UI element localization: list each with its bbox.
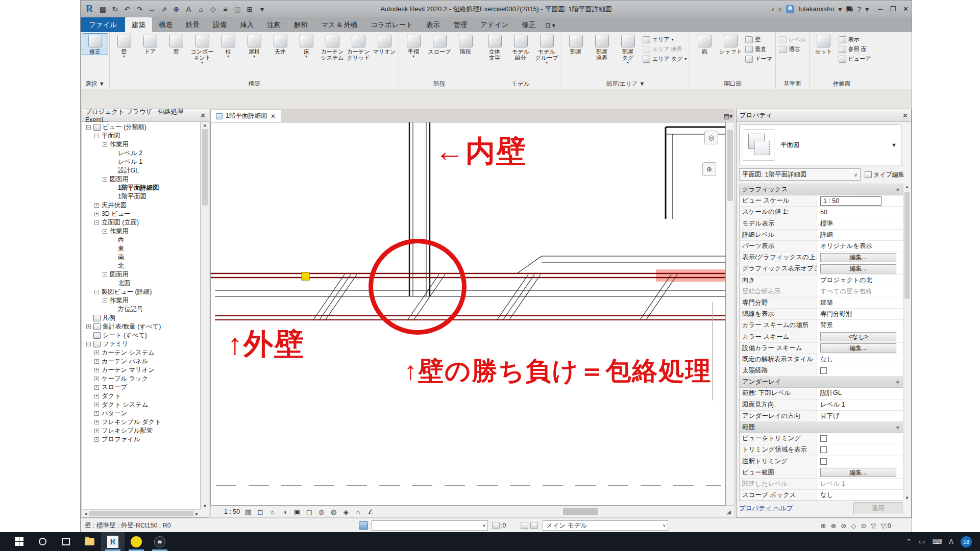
- property-value-box[interactable]: 1 : 50: [820, 196, 881, 206]
- property-value[interactable]: レベル 1: [817, 479, 903, 489]
- panel-label[interactable]: 開口部: [690, 79, 775, 89]
- property-edit-button[interactable]: <なし>: [820, 332, 896, 341]
- grid-button[interactable]: 通芯: [777, 45, 807, 54]
- tab-管理[interactable]: 管理: [447, 17, 474, 32]
- property-edit-button[interactable]: 編集...: [820, 343, 896, 353]
- editing-requests[interactable]: :0: [492, 522, 506, 529]
- tree-item[interactable]: +集計表/数量 (すべて): [82, 322, 200, 331]
- browser-horizontal-scrollbar[interactable]: ◄ ►: [82, 509, 201, 517]
- inactive-paste-icon[interactable]: ▥: [232, 4, 243, 15]
- tile-pattern-icon[interactable]: ▦: [243, 508, 252, 516]
- workplane-set-button[interactable]: セット: [811, 34, 837, 55]
- properties-titlebar[interactable]: プロパティ ✕: [737, 109, 911, 122]
- tab-表示[interactable]: 表示: [420, 17, 447, 32]
- view-tab-active[interactable]: 1階平面詳細図 ✕: [210, 110, 281, 122]
- select-by-face-icon[interactable]: ◇: [851, 522, 856, 530]
- tab-構造[interactable]: 構造: [152, 17, 179, 32]
- tree-item[interactable]: 1階平面図: [82, 192, 200, 201]
- props-scroll-down-icon[interactable]: ▼: [903, 495, 911, 500]
- property-value[interactable]: プロジェクトの北: [817, 275, 903, 286]
- tab-修正[interactable]: 修正: [515, 17, 542, 32]
- tree-item[interactable]: シート (すべて): [82, 331, 200, 340]
- tree-item[interactable]: +3D ビュー: [82, 210, 200, 218]
- design-options-icon[interactable]: [530, 522, 538, 529]
- property-value[interactable]: 編集...: [817, 343, 903, 354]
- reference-plane-button[interactable]: 参照 面: [837, 45, 873, 54]
- aligned-dimension-icon[interactable]: ⇗: [158, 4, 169, 15]
- scroll-right-icon[interactable]: ►: [194, 511, 200, 516]
- expand-icon[interactable]: +: [94, 420, 99, 424]
- property-section[interactable]: アンダーレイ∗: [740, 377, 903, 388]
- expand-icon[interactable]: +: [94, 403, 99, 407]
- measure-icon[interactable]: ↔: [146, 4, 157, 15]
- worksets-icon[interactable]: [359, 521, 368, 530]
- scroll-up-icon[interactable]: ▲: [201, 122, 209, 128]
- panel-label[interactable]: 部屋/エリア ▼: [561, 79, 690, 89]
- tree-item[interactable]: +ダクト: [82, 392, 200, 400]
- property-value[interactable]: [817, 444, 903, 455]
- property-value[interactable]: [817, 365, 903, 376]
- collapse-icon[interactable]: −: [86, 125, 91, 130]
- mullion-button[interactable]: マリオン: [372, 34, 397, 55]
- tab-挿入[interactable]: 挿入: [233, 17, 260, 32]
- room-tag-dropdown-icon[interactable]: ▾: [627, 61, 629, 64]
- collapse-icon[interactable]: −: [86, 342, 91, 346]
- expand-icon[interactable]: +: [94, 359, 99, 364]
- wall-dropdown-icon[interactable]: ▾: [123, 55, 125, 58]
- minimize-button[interactable]: ─: [878, 5, 883, 13]
- window-button[interactable]: 窓: [163, 34, 189, 55]
- analytical-model-icon[interactable]: ⌂: [354, 508, 362, 516]
- apply-button[interactable]: 適用: [853, 502, 902, 514]
- panel-label[interactable]: 作業面: [810, 79, 874, 89]
- floor-button[interactable]: 床▾: [293, 34, 319, 58]
- scroll-left-icon[interactable]: ◄: [83, 511, 88, 516]
- expand-icon[interactable]: +: [94, 385, 99, 390]
- visual-style-icon[interactable]: ◻: [256, 508, 264, 516]
- tab-鉄骨[interactable]: 鉄骨: [179, 17, 206, 32]
- modify-cursor-button[interactable]: 修正: [82, 34, 108, 55]
- property-value[interactable]: レベル 1: [817, 399, 903, 410]
- area-button[interactable]: エリア▾: [641, 35, 688, 44]
- tree-item[interactable]: +ケーブル ラック: [82, 374, 200, 383]
- notification-badge[interactable]: 18: [961, 536, 972, 547]
- room-separator-button[interactable]: 部屋境界: [589, 34, 615, 61]
- tree-item[interactable]: +カーテン マリオン: [82, 366, 200, 374]
- search-icon[interactable]: ⌕: [778, 5, 782, 13]
- workplane-viewer-button[interactable]: ビューア: [837, 55, 873, 63]
- tab-設備[interactable]: 設備: [206, 17, 233, 32]
- collapse-icon[interactable]: −: [103, 229, 107, 234]
- property-value[interactable]: なし: [817, 354, 903, 365]
- property-value[interactable]: 編集...: [817, 263, 903, 274]
- revit-app-logo-icon[interactable]: R: [86, 3, 93, 15]
- tree-item[interactable]: −図面用: [82, 270, 200, 279]
- component-dropdown-icon[interactable]: ▾: [201, 61, 203, 64]
- displacement-icon[interactable]: ◈: [341, 508, 350, 516]
- expand-icon[interactable]: +: [94, 429, 99, 433]
- property-value[interactable]: オリジナルを表示: [817, 241, 903, 252]
- props-scroll-up-icon[interactable]: ▲: [903, 184, 911, 189]
- customize-qat-icon[interactable]: ▾: [256, 4, 267, 15]
- tree-item[interactable]: 北面: [82, 279, 200, 288]
- property-value[interactable]: 建築: [817, 297, 903, 308]
- collapse-icon[interactable]: −: [94, 134, 99, 138]
- expand-icon[interactable]: +: [94, 212, 99, 216]
- temporary-hide-isolate-icon[interactable]: ◍: [329, 508, 338, 516]
- tree-item[interactable]: −ファミリ: [82, 340, 200, 348]
- panel-label[interactable]: 階段: [399, 79, 480, 89]
- tree-item[interactable]: +カーテン パネル: [82, 357, 200, 366]
- drawing-canvas[interactable]: ◎ ⊕: [210, 122, 726, 506]
- recorder-taskbar-button[interactable]: [125, 532, 148, 551]
- default-3d-view-icon[interactable]: ⌂: [195, 4, 206, 15]
- model-group-button[interactable]: モデルグループ▾: [534, 34, 559, 64]
- room-button[interactable]: 部屋: [563, 34, 589, 55]
- tab-file[interactable]: ファイル: [81, 17, 125, 32]
- task-view-button[interactable]: [54, 532, 78, 551]
- text-icon[interactable]: A: [183, 4, 194, 15]
- expand-icon[interactable]: +: [86, 324, 91, 329]
- tree-item[interactable]: +天井伏図: [82, 201, 200, 210]
- collapse-icon[interactable]: −: [103, 298, 107, 303]
- properties-scrollbar[interactable]: ▲ ▼: [903, 184, 911, 501]
- roof-button[interactable]: 屋根▾: [241, 34, 267, 58]
- tree-item[interactable]: +フレキシブル配管: [82, 427, 200, 435]
- collapse-icon[interactable]: −: [103, 272, 107, 277]
